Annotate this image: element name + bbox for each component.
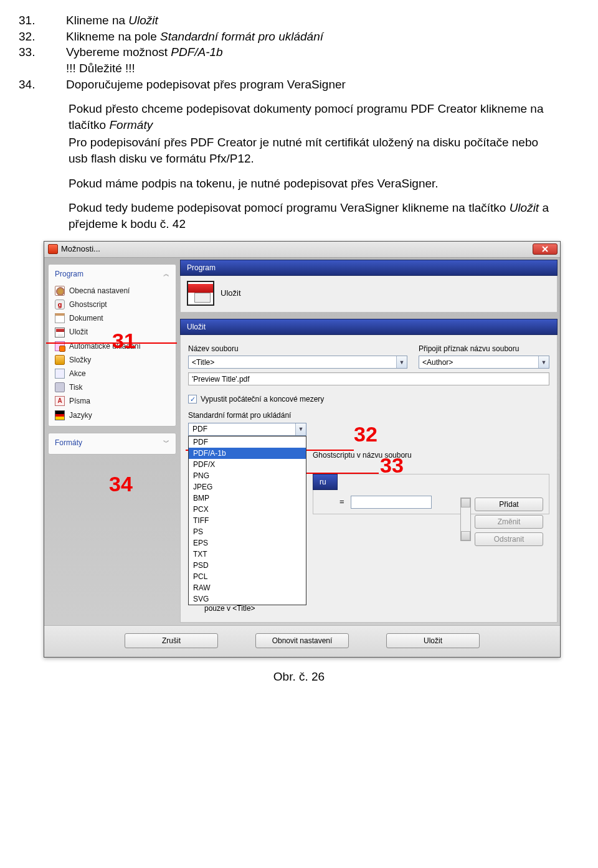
dropdown-arrow-icon[interactable]: ▼ (538, 356, 549, 368)
format-dropdown-list[interactable]: PDF PDF/A-1b PDF/X PNG JPEG BMP PCX TIFF… (188, 436, 306, 605)
sidebar-item-ghostscript[interactable]: Ghostscript (49, 298, 176, 311)
sidebar-item-save[interactable]: Uložit (49, 325, 176, 339)
trim-label: Vypustit počáteční a koncové mezery (201, 394, 324, 404)
edit-button[interactable]: Změnit (475, 515, 543, 529)
step-32: 32.Klikneme na pole Standardní formát pr… (44, 29, 554, 45)
format-option[interactable]: PDF/X (189, 459, 306, 470)
sidebar-item-autosave[interactable]: Automatické ukládání (49, 339, 176, 353)
ghostscript-icon (55, 300, 65, 309)
sidebar-item-document[interactable]: Dokument (49, 311, 176, 325)
scrollbar[interactable] (460, 498, 471, 541)
add-button[interactable]: Přidat (475, 498, 543, 511)
instruction-list: 31.Klineme na Uložit 32.Klikneme na pole… (44, 12, 554, 92)
dropdown-arrow-icon[interactable]: ▼ (295, 423, 306, 435)
covered-panel-fragment: Ghostscriptu v názvu souboru ru = (313, 450, 549, 514)
sidebar-item-actions[interactable]: Akce (49, 367, 176, 380)
font-icon (55, 396, 65, 406)
action-icon (55, 369, 65, 379)
sidebar-list-program: Obecná nastavení Ghostscript Dokument Ul… (49, 283, 176, 426)
format-option[interactable]: TXT (189, 549, 306, 560)
section-head-save: Uložit (180, 319, 558, 335)
document-icon (55, 313, 65, 323)
sidebar-item-print[interactable]: Tisk (49, 380, 176, 394)
chevron-up-icon: ︽ (163, 270, 169, 278)
sidebar-section-program: Program ︽ Obecná nastavení Ghostscript D… (48, 264, 176, 427)
format-option[interactable]: BMP (189, 493, 306, 504)
close-icon (542, 246, 548, 252)
format-option[interactable]: PCL (189, 571, 306, 582)
format-option[interactable]: SVG (189, 593, 306, 605)
dropdown-arrow-icon[interactable]: ▼ (396, 356, 407, 368)
paragraph-formaty: Pokud přesto chceme podepisovat dokument… (69, 101, 554, 133)
chevron-down-icon: ︾ (163, 438, 169, 447)
options-dialog: Možnosti... Program ︽ Obecná nastavení G… (44, 241, 561, 658)
flag-icon (55, 410, 65, 420)
gear-icon (55, 286, 65, 296)
section-program-label: Uložit (221, 288, 241, 299)
step-33: 33.Vybereme možnost PDF/A-1b (44, 44, 554, 60)
print-icon (55, 382, 65, 392)
format-option[interactable]: EPS (189, 537, 306, 549)
disk-icon (187, 281, 214, 306)
save-icon (55, 328, 65, 337)
important-note: !!! Důležité !!! (44, 60, 554, 77)
format-option[interactable]: PS (189, 526, 306, 537)
sidebar-item-folders[interactable]: Složky (49, 353, 176, 367)
equals-label: = (339, 496, 344, 507)
format-option[interactable]: PCX (189, 504, 306, 515)
reset-button[interactable]: Obnovit nastavení (255, 633, 349, 648)
paragraph-cert: Pro podepisování přes PDF Creator je nut… (69, 134, 554, 166)
sidebar-section-formaty: Formáty ︾ (48, 433, 176, 455)
format-option[interactable]: RAW (189, 582, 306, 593)
step-31: 31.Klineme na Uložit (44, 12, 554, 29)
format-dropdown-button[interactable]: PDF ▼ (188, 423, 306, 436)
delete-button[interactable]: Odstranit (475, 532, 543, 546)
section-head-fragment: ru (313, 474, 338, 490)
format-option[interactable]: TIFF (189, 515, 306, 526)
label-standard-format: Standardní formát pro ukládání (188, 410, 549, 420)
section-head-program: Program (180, 260, 558, 276)
sidebar-header-program[interactable]: Program ︽ (49, 265, 176, 283)
window-title: Možnosti... (61, 243, 100, 255)
label-filename: Název souboru (188, 344, 407, 354)
save-panel: Název souboru ▼ Připojit příznak názvu s… (180, 335, 558, 623)
replace-value-input[interactable] (351, 496, 432, 509)
close-button[interactable] (533, 243, 558, 255)
dialog-footer: Zrušit Obnovit nastavení Uložit (44, 625, 560, 657)
titlebar: Možnosti... (44, 242, 560, 258)
sidebar-header-formaty[interactable]: Formáty ︾ (49, 433, 176, 451)
autosave-icon (55, 341, 65, 351)
filename-input[interactable] (188, 356, 407, 369)
figure-caption: Obr. č. 26 (44, 669, 554, 685)
format-option[interactable]: JPEG (189, 481, 306, 493)
format-dropdown[interactable]: PDF ▼ PDF PDF/A-1b PDF/X PNG JPEG BMP PC… (188, 423, 306, 436)
paragraph-token: Pokud máme podpis na tokenu, je nutné po… (69, 176, 554, 192)
format-option-selected[interactable]: PDF/A-1b (189, 448, 306, 459)
sidebar: Program ︽ Obecná nastavení Ghostscript D… (44, 258, 180, 625)
save-button[interactable]: Uložit (386, 633, 480, 648)
checkbox-checked-icon[interactable]: ✓ (188, 395, 197, 403)
format-option[interactable]: PSD (189, 560, 306, 571)
sidebar-item-languages[interactable]: Jazyky (49, 408, 176, 422)
sidebar-item-fonts[interactable]: Písma (49, 394, 176, 408)
section-body-program: Uložit (180, 276, 558, 313)
preview-field[interactable] (188, 372, 549, 385)
app-icon (48, 244, 58, 254)
flag-input[interactable] (419, 356, 549, 369)
paragraph-save: Pokud tedy budeme podepisovat pomocí pro… (69, 200, 554, 232)
folder-icon (55, 355, 65, 365)
format-option[interactable]: PNG (189, 470, 306, 481)
label-flag: Připojit příznak názvu souboru (419, 344, 549, 354)
right-pane: Program Uložit Uložit Název souboru ▼ (180, 258, 560, 625)
trim-checkbox-row[interactable]: ✓ Vypustit počáteční a koncové mezery (188, 394, 549, 404)
flag-combo[interactable]: ▼ (419, 356, 549, 369)
filename-combo[interactable]: ▼ (188, 356, 407, 369)
format-option[interactable]: PDF (189, 436, 306, 448)
step-34: 34.Doporučujeme podepisovat přes program… (44, 77, 554, 93)
cancel-button[interactable]: Zrušit (125, 633, 218, 648)
dialog-screenshot: Možnosti... Program ︽ Obecná nastavení G… (44, 241, 561, 658)
sidebar-item-general[interactable]: Obecná nastavení (49, 284, 176, 298)
